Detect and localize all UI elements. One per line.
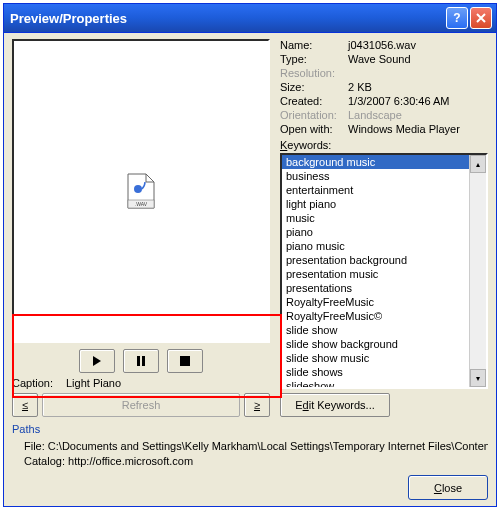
svg-text:.WAV: .WAV — [135, 201, 148, 207]
svg-rect-4 — [142, 356, 145, 366]
window-close-button[interactable] — [470, 7, 492, 29]
keyword-item[interactable]: slide show — [282, 323, 469, 337]
keywords-scrollbar[interactable]: ▴ ▾ — [469, 155, 486, 387]
property-value: j0431056.wav — [348, 39, 488, 51]
previous-button[interactable]: ≤ — [12, 393, 38, 417]
property-key: Type: — [280, 53, 348, 65]
edit-keywords-button[interactable]: Edit Keywords... — [280, 393, 390, 417]
stop-icon — [180, 356, 190, 366]
property-value: 2 KB — [348, 81, 488, 93]
play-icon — [92, 356, 102, 366]
property-key: Open with: — [280, 123, 348, 135]
keyword-item[interactable]: entertainment — [282, 183, 469, 197]
property-value: Landscape — [348, 109, 488, 121]
keyword-item[interactable]: RoyaltyFreeMusic© — [282, 309, 469, 323]
paths-heading: Paths — [12, 423, 488, 435]
play-button[interactable] — [79, 349, 115, 373]
keyword-item[interactable]: business — [282, 169, 469, 183]
wav-file-icon: .WAV — [126, 173, 156, 209]
keywords-listbox[interactable]: background musicbusinessentertainmentlig… — [280, 153, 488, 389]
catalog-path: Catalog: http://office.microsoft.com — [24, 454, 488, 469]
caption-label: Caption: — [12, 377, 66, 389]
file-path: File: C:\Documents and Settings\Kelly Ma… — [24, 439, 488, 454]
keyword-item[interactable]: slideshow — [282, 379, 469, 387]
caption-value: Light Piano — [66, 377, 121, 389]
close-icon — [476, 13, 486, 23]
scroll-down-button[interactable]: ▾ — [470, 369, 486, 387]
preview-properties-window: Preview/Properties ? .WAV — [3, 3, 497, 507]
pause-icon — [136, 356, 146, 366]
keyword-item[interactable]: piano music — [282, 239, 469, 253]
property-key: Name: — [280, 39, 348, 51]
svg-rect-3 — [137, 356, 140, 366]
property-key: Size: — [280, 81, 348, 93]
paths-content: File: C:\Documents and Settings\Kelly Ma… — [24, 439, 488, 469]
svg-rect-5 — [180, 356, 190, 366]
property-value: Wave Sound — [348, 53, 488, 65]
property-key: Created: — [280, 95, 348, 107]
property-key: Orientation: — [280, 109, 348, 121]
preview-area: .WAV — [12, 39, 270, 343]
keyword-item[interactable]: RoyaltyFreeMusic — [282, 295, 469, 309]
property-value: 1/3/2007 6:30:46 AM — [348, 95, 488, 107]
keyword-item[interactable]: background music — [282, 155, 469, 169]
keyword-item[interactable]: presentations — [282, 281, 469, 295]
keyword-item[interactable]: slide show background — [282, 337, 469, 351]
scroll-up-button[interactable]: ▴ — [470, 155, 486, 173]
property-value: Windows Media Player — [348, 123, 488, 135]
help-button[interactable]: ? — [446, 7, 468, 29]
svg-point-0 — [134, 185, 142, 193]
keyword-item[interactable]: slide show music — [282, 351, 469, 365]
keyword-item[interactable]: light piano — [282, 197, 469, 211]
stop-button[interactable] — [167, 349, 203, 373]
window-title: Preview/Properties — [10, 11, 444, 26]
refresh-button[interactable]: Refresh — [42, 393, 240, 417]
property-key: Resolution: — [280, 67, 348, 79]
keyword-item[interactable]: presentation music — [282, 267, 469, 281]
pause-button[interactable] — [123, 349, 159, 373]
titlebar: Preview/Properties ? — [4, 4, 496, 33]
close-button[interactable]: Close — [408, 475, 488, 500]
keyword-item[interactable]: slide shows — [282, 365, 469, 379]
keyword-item[interactable]: presentation background — [282, 253, 469, 267]
keyword-item[interactable]: piano — [282, 225, 469, 239]
properties-grid: Name:j0431056.wavType:Wave SoundResoluti… — [280, 39, 488, 135]
scroll-track[interactable] — [470, 173, 486, 369]
next-button[interactable]: ≥ — [244, 393, 270, 417]
property-value — [348, 67, 488, 79]
keyword-item[interactable]: music — [282, 211, 469, 225]
